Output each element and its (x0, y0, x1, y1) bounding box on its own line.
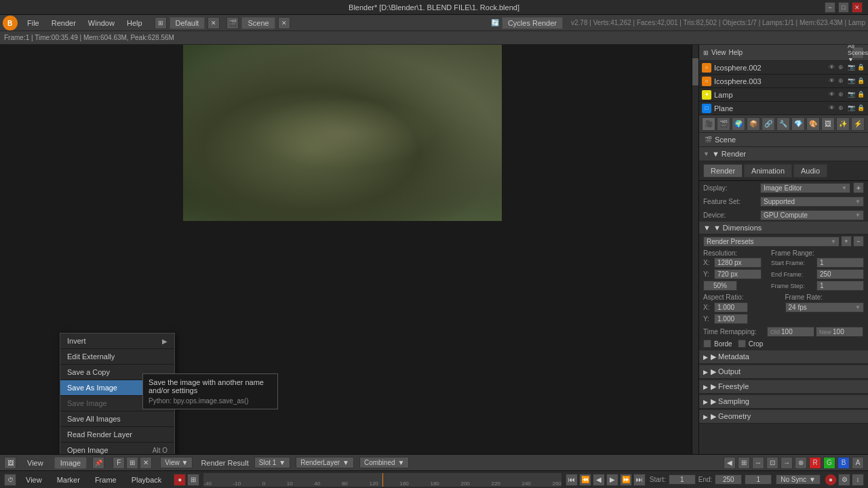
workspace-close-icon[interactable]: ✕ (208, 17, 220, 29)
blue-channel-btn[interactable]: B (837, 457, 850, 469)
sampling-section[interactable]: ▶ ▶ Sampling (699, 395, 868, 409)
particle-props-tab[interactable]: ✨ (836, 117, 850, 131)
render-presets-selector[interactable]: Render Presets ▼ (703, 237, 840, 247)
image-tab[interactable]: Image (54, 457, 87, 469)
remove-preset-icon[interactable]: − (853, 236, 864, 247)
render-tab-render[interactable]: Render (703, 164, 743, 178)
vector-icon[interactable]: → (781, 457, 793, 469)
timeline-frame-tab[interactable]: Frame (90, 474, 122, 485)
end-frame-field[interactable]: 250 (816, 269, 864, 279)
aspect-x-field[interactable]: 1.000 (714, 302, 748, 312)
framerate-selector[interactable]: 24 fps ▼ (785, 302, 865, 312)
ctx-item-open-image[interactable]: Open Image Alt O (60, 443, 174, 454)
lock-icon[interactable]: 🔒 (857, 64, 865, 72)
borde-checkbox[interactable] (703, 340, 711, 348)
constraint-props-tab[interactable]: 🔗 (762, 117, 775, 131)
ctx-item-invert[interactable]: Invert ▶ (60, 333, 174, 349)
add-preset-icon[interactable]: + (841, 236, 852, 247)
plane-lock-icon[interactable]: 🔒 (857, 104, 865, 113)
start-frame-field[interactable]: 1 (816, 258, 864, 268)
aspect-y-field[interactable]: 1.000 (714, 314, 748, 324)
engine-button[interactable]: Cycles Render (502, 17, 563, 29)
plane-restrict-icon[interactable]: ⊕ (838, 104, 846, 113)
plane-render-icon[interactable]: 📷 (848, 104, 856, 113)
minimize-button[interactable]: − (825, 2, 835, 13)
lamp-visibility-icon[interactable]: 👁 (829, 91, 837, 99)
scope-icon[interactable]: ⊡ (766, 457, 778, 469)
record-options-icon[interactable]: ⊞ (187, 474, 199, 486)
timeline-ruler[interactable]: -40 -10 0 10 40 80 120 160 180 200 220 2… (203, 473, 561, 487)
alpha-channel-btn[interactable]: A (852, 457, 864, 469)
output-section[interactable]: ▶ ▶ Output (699, 365, 868, 379)
render2-icon[interactable]: 📷 (848, 77, 856, 85)
timeline-marker-tab[interactable]: Marker (52, 474, 85, 485)
slot-selector[interactable]: Slot 1 ▼ (254, 457, 290, 468)
ctx-item-read-render[interactable]: Read Render Layer (60, 427, 174, 443)
jump-end-btn[interactable]: ⏭ (633, 474, 646, 486)
feature-value[interactable]: Supported ▼ (760, 197, 864, 207)
red-channel-btn[interactable]: R (809, 457, 821, 469)
green-channel-btn[interactable]: G (823, 457, 835, 469)
blender-logo[interactable]: B (3, 16, 18, 30)
pin-icon[interactable]: 📌 (92, 457, 104, 469)
close-button[interactable]: ✕ (852, 2, 863, 13)
view-tab[interactable]: View (22, 458, 49, 468)
timeline-playback-tab[interactable]: Playback (126, 474, 167, 485)
crop-checkbox[interactable] (738, 340, 746, 348)
lamp-restrict-icon[interactable]: ⊕ (838, 91, 846, 99)
render-tab-animation[interactable]: Animation (744, 164, 792, 178)
channels-icon[interactable]: ↔ (752, 457, 764, 469)
plane-visibility-icon[interactable]: 👁 (829, 104, 837, 113)
prev-frame-btn[interactable]: ⏪ (579, 474, 591, 486)
lamp-render-icon[interactable]: 📷 (848, 91, 856, 99)
y-field[interactable]: 720 px (714, 269, 762, 279)
device-value[interactable]: GPU Compute ▼ (760, 210, 864, 220)
timeline-view-tab[interactable]: View (20, 474, 47, 485)
fps-field[interactable]: 1 (745, 474, 772, 485)
restrict2-icon[interactable]: ⊕ (838, 77, 846, 85)
display-extra-btn[interactable]: + (853, 182, 864, 193)
scene-close-icon[interactable]: ✕ (278, 17, 290, 29)
sync-selector[interactable]: No Sync ▼ (776, 474, 821, 485)
borde-checkbox-group[interactable]: Borde (703, 340, 732, 348)
scene-props-tab[interactable]: 🎬 (717, 117, 730, 131)
end-frame-input[interactable]: 250 (715, 474, 742, 485)
workspace-selector[interactable]: Default (170, 17, 205, 29)
lock2-icon[interactable]: 🔒 (857, 77, 865, 85)
record-icon[interactable]: ● (174, 474, 186, 486)
material-props-tab[interactable]: 🎨 (806, 117, 820, 131)
outliner-item[interactable]: ✦ Lamp 👁 ⊕ 📷 🔒 (699, 88, 868, 102)
play-reverse-btn[interactable]: ◀ (593, 474, 605, 486)
view-button[interactable]: View (711, 49, 726, 56)
render-tab-audio[interactable]: Audio (793, 164, 827, 178)
view-mode-btn[interactable]: View ▼ (160, 457, 193, 468)
next-frame-btn[interactable]: ⏩ (620, 474, 632, 486)
remap-old-field[interactable]: Old 100 (767, 327, 814, 337)
texture-props-tab[interactable]: 🖼 (821, 117, 835, 131)
render-icon[interactable]: 📷 (848, 64, 856, 72)
help-button[interactable]: Help (729, 49, 743, 56)
render-props-tab[interactable]: 🎥 (702, 117, 715, 131)
rec-btn[interactable]: ● (825, 474, 837, 486)
percent-field[interactable]: 50% (703, 281, 737, 291)
geometry-section[interactable]: ▶ ▶ Geometry (699, 410, 868, 424)
viewport-scroll-thumb[interactable] (692, 58, 698, 85)
close-render-icon[interactable]: ✕ (140, 457, 152, 469)
render-menu[interactable]: Render (46, 18, 81, 28)
all-scenes-selector[interactable]: All Scenes ▼ (852, 47, 864, 59)
outliner-item[interactable]: ○ Icosphere.003 👁 ⊕ 📷 🔒 (699, 75, 868, 88)
playhead[interactable] (382, 473, 383, 487)
dimensions-section-header[interactable]: ▼ ▼ Dimensions (699, 222, 868, 235)
grid-icon[interactable]: ⊞ (738, 457, 750, 469)
jump-start-btn[interactable]: ⏮ (566, 474, 578, 486)
physics-props-tab[interactable]: ⚡ (851, 117, 865, 131)
file-menu[interactable]: File (22, 18, 45, 28)
zoom-in-icon[interactable]: ⊞ (126, 457, 138, 469)
render-visibility-icon[interactable]: 👁 (829, 64, 837, 72)
help-menu[interactable]: Help (121, 18, 148, 28)
world-props-tab[interactable]: 🌍 (732, 117, 745, 131)
visibility-icon[interactable]: 👁 (829, 77, 837, 85)
histogram-icon[interactable]: ⊗ (795, 457, 807, 469)
lamp-lock-icon[interactable]: 🔒 (857, 91, 865, 99)
zoom-fit-icon[interactable]: F (113, 457, 125, 469)
